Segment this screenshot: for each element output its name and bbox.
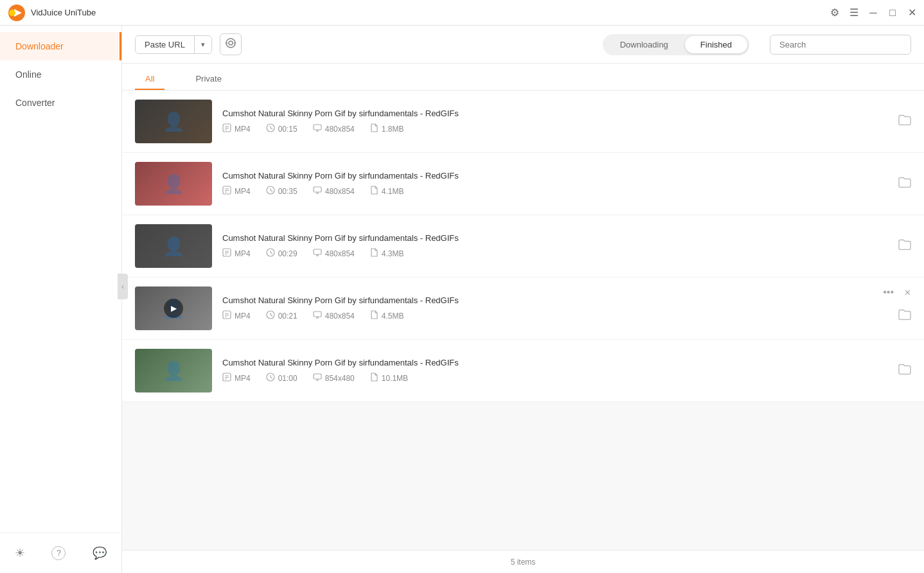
format-icon-1 bbox=[222, 123, 231, 134]
sidebar-nav: Downloader Online Converter bbox=[0, 26, 121, 533]
app-body: Downloader Online Converter ☀ ? 💬 ‹ Past… bbox=[0, 26, 924, 573]
video-title-5: Cumshot Natural Skinny Porn Gif by sirfu… bbox=[222, 358, 911, 367]
resolution-label-4: 480x854 bbox=[325, 312, 355, 321]
format-2: MP4 bbox=[222, 186, 251, 197]
title-bar: VidJuice UniTube ⚙ ☰ ─ □ ✕ bbox=[0, 0, 924, 26]
play-button-4[interactable]: ▶ bbox=[164, 299, 183, 318]
sidebar: Downloader Online Converter ☀ ? 💬 bbox=[0, 26, 122, 573]
monitor-icon-3 bbox=[313, 248, 322, 259]
video-meta-2: MP4 00:35 480x854 bbox=[222, 186, 911, 197]
format-icon-2 bbox=[222, 186, 231, 197]
resolution-1: 480x854 bbox=[313, 123, 355, 134]
format-label-1: MP4 bbox=[235, 125, 251, 134]
paste-url-label: Paste URL bbox=[136, 36, 195, 53]
resolution-5: 854x480 bbox=[313, 373, 355, 383]
close-button[interactable]: ✕ bbox=[907, 8, 916, 17]
video-meta-5: MP4 01:00 854x480 bbox=[222, 373, 911, 383]
video-title-1: Cumshot Natural Skinny Porn Gif by sirfu… bbox=[222, 109, 911, 118]
resolution-2: 480x854 bbox=[313, 186, 355, 197]
duration-1: 00:15 bbox=[266, 123, 298, 134]
resolution-3: 480x854 bbox=[313, 248, 355, 259]
video-meta-1: MP4 00:15 480x854 bbox=[222, 123, 911, 134]
svg-line-43 bbox=[271, 315, 272, 316]
svg-rect-24 bbox=[314, 187, 321, 192]
sidebar-collapse-handle[interactable]: ‹ bbox=[118, 274, 128, 299]
duration-5: 01:00 bbox=[266, 373, 298, 383]
search-container bbox=[770, 35, 911, 55]
app-title: VidJuice UniTube bbox=[31, 8, 96, 17]
format-label-2: MP4 bbox=[235, 187, 251, 196]
menu-icon[interactable]: ☰ bbox=[849, 8, 858, 17]
tab-private[interactable]: Private bbox=[185, 69, 231, 90]
filesize-label-4: 4.5MB bbox=[382, 312, 404, 321]
format-1: MP4 bbox=[222, 123, 251, 134]
paste-url-dropdown-icon[interactable]: ▾ bbox=[195, 37, 211, 53]
thumb-figure-5: 👤 bbox=[135, 349, 212, 392]
svg-rect-34 bbox=[314, 249, 321, 254]
help-icon[interactable]: ? bbox=[51, 546, 66, 560]
app-logo: VidJuice UniTube bbox=[8, 4, 96, 22]
svg-line-23 bbox=[271, 190, 272, 191]
finished-tab[interactable]: Finished bbox=[685, 36, 747, 53]
format-5: MP4 bbox=[222, 373, 251, 383]
video-title-2: Cumshot Natural Skinny Porn Gif by sirfu… bbox=[222, 171, 911, 181]
close-icon-4[interactable]: ✕ bbox=[902, 285, 914, 300]
sidebar-item-online[interactable]: Online bbox=[0, 60, 121, 89]
clock-icon-2 bbox=[266, 186, 275, 197]
duration-2: 00:35 bbox=[266, 186, 298, 197]
resolution-label-5: 854x480 bbox=[325, 374, 355, 383]
thumb-figure-2: 👤 bbox=[135, 162, 212, 206]
file-icon-5 bbox=[370, 373, 378, 383]
clock-icon-5 bbox=[266, 373, 275, 383]
filesize-label-5: 10.1MB bbox=[382, 374, 408, 383]
main-content: Paste URL ▾ Downloading Finished bbox=[122, 26, 924, 573]
video-item-4: 👤 ▶ Cumshot Natural Skinny Porn Gif by s… bbox=[122, 278, 924, 340]
sidebar-item-downloader[interactable]: Downloader bbox=[0, 32, 121, 60]
filesize-3: 4.3MB bbox=[370, 248, 404, 259]
watch-button[interactable] bbox=[220, 33, 242, 55]
maximize-button[interactable]: □ bbox=[888, 8, 897, 17]
folder-button-1[interactable] bbox=[898, 114, 911, 129]
monitor-icon-1 bbox=[313, 123, 322, 134]
search-input[interactable] bbox=[770, 35, 911, 55]
clock-icon-1 bbox=[266, 123, 275, 134]
minimize-button[interactable]: ─ bbox=[869, 8, 878, 17]
item-actions-4: ••• ✕ bbox=[880, 284, 914, 301]
theme-icon[interactable]: ☀ bbox=[12, 543, 28, 563]
file-icon-3 bbox=[370, 248, 378, 259]
svg-point-4 bbox=[229, 41, 233, 45]
settings-icon[interactable]: ⚙ bbox=[830, 8, 839, 17]
sub-tabs: All Private bbox=[122, 64, 924, 91]
video-list: 👤 Cumshot Natural Skinny Porn Gif by sir… bbox=[122, 91, 924, 550]
tab-all[interactable]: All bbox=[135, 69, 164, 90]
filesize-2: 4.1MB bbox=[370, 186, 404, 197]
folder-button-3[interactable] bbox=[898, 239, 911, 254]
folder-button-2[interactable] bbox=[898, 177, 911, 191]
svg-line-33 bbox=[271, 252, 272, 254]
clock-icon-3 bbox=[266, 248, 275, 259]
paste-url-button[interactable]: Paste URL ▾ bbox=[135, 35, 212, 54]
duration-label-4: 00:21 bbox=[278, 312, 298, 321]
svg-point-2 bbox=[9, 10, 15, 16]
video-title-4: Cumshot Natural Skinny Porn Gif by sirfu… bbox=[222, 295, 911, 305]
thumbnail-1: 👤 bbox=[135, 100, 212, 143]
format-label-5: MP4 bbox=[235, 374, 251, 383]
more-options-icon-4[interactable]: ••• bbox=[880, 284, 896, 301]
format-label-3: MP4 bbox=[235, 249, 251, 258]
folder-button-4[interactable] bbox=[898, 309, 911, 324]
downloading-tab[interactable]: Downloading bbox=[605, 36, 684, 53]
file-icon-4 bbox=[370, 310, 378, 321]
monitor-icon-5 bbox=[313, 373, 322, 383]
folder-button-5[interactable] bbox=[898, 364, 911, 378]
sidebar-item-label-converter: Converter bbox=[15, 98, 55, 108]
duration-4: 00:21 bbox=[266, 310, 298, 321]
clock-icon-4 bbox=[266, 310, 275, 321]
video-info-5: Cumshot Natural Skinny Porn Gif by sirfu… bbox=[222, 358, 911, 383]
status-bar: 5 items bbox=[122, 550, 924, 573]
duration-3: 00:29 bbox=[266, 248, 298, 259]
status-toggle: Downloading Finished bbox=[603, 34, 749, 55]
file-icon-2 bbox=[370, 186, 378, 197]
sidebar-item-converter[interactable]: Converter bbox=[0, 89, 121, 117]
video-item-5: 👤 Cumshot Natural Skinny Porn Gif by sir… bbox=[122, 340, 924, 402]
feedback-icon[interactable]: 💬 bbox=[90, 543, 109, 563]
